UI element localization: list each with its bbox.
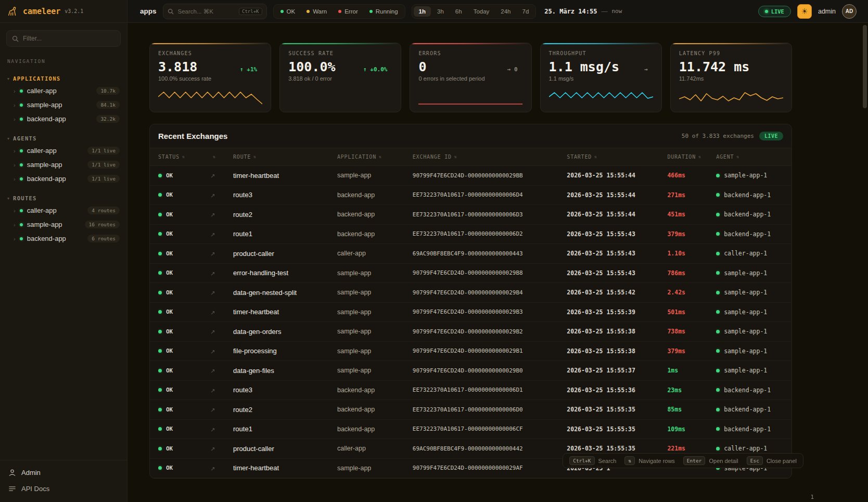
open-link-icon[interactable]: ↗ (210, 466, 215, 472)
table-row[interactable]: OK ↗ data-gen-orders sample-app 90799F47… (150, 322, 792, 342)
topbar-right: LIVE ☀ admin AD (758, 4, 857, 19)
scrollbar[interactable] (863, 25, 867, 498)
table-row[interactable]: OK ↗ data-gen-files sample-app 90799F47E… (150, 361, 792, 381)
application-cell: caller-app (337, 445, 413, 452)
duration-cell: 379ms (667, 230, 716, 238)
status-filter-chip[interactable]: OK (275, 6, 301, 17)
open-link-icon[interactable]: ↗ (210, 192, 215, 199)
table-row[interactable]: OK ↗ route2 backend-app EE7322370A10617-… (150, 205, 792, 225)
open-link-icon[interactable]: ↗ (210, 349, 215, 355)
sidebar-item[interactable]: › backend-app 6 routes (0, 231, 127, 246)
sidebar-item[interactable]: › sample-app 16 routes (0, 217, 127, 231)
time-range-button[interactable]: 24h (495, 6, 516, 17)
status-dot (158, 349, 162, 353)
live-toggle[interactable]: LIVE (758, 6, 791, 17)
open-link-icon[interactable]: ↗ (210, 446, 215, 452)
open-link-icon[interactable]: ↗ (210, 368, 215, 374)
application-cell: backend-app (337, 230, 413, 238)
sidebar-item-label: backend-app (27, 235, 84, 242)
sidebar-item-badge: 1/1 live (87, 175, 120, 183)
open-link-icon[interactable]: ↗ (210, 407, 215, 413)
table-row[interactable]: OK ↗ file-processing sample-app 90799F47… (150, 342, 792, 362)
open-link-icon[interactable]: ↗ (210, 271, 215, 277)
agent-cell: backend-app-1 (716, 191, 792, 199)
status-filter-chip[interactable]: Running (364, 6, 403, 17)
status-dot (158, 213, 162, 216)
status-dot (158, 388, 162, 392)
time-range-button[interactable]: 1h (414, 6, 431, 17)
time-range-button[interactable]: 7d (517, 6, 534, 17)
table-row[interactable]: OK ↗ error-handling-test sample-app 9079… (150, 264, 792, 284)
docs-icon (8, 485, 16, 493)
stat-subtext: 11.742ms (679, 75, 783, 82)
table-row[interactable]: OK ↗ timer-heartbeat sample-app 90799F47… (150, 303, 792, 323)
duration-cell: 501ms (667, 308, 716, 316)
agent-status-dot (716, 369, 720, 372)
section-header-applications[interactable]: ▾ APPLICATIONS (0, 73, 127, 84)
sidebar-item[interactable]: › caller-app 10.7k (0, 84, 127, 98)
open-link-icon[interactable]: ↗ (210, 173, 215, 179)
open-link-icon[interactable]: ↗ (210, 427, 215, 433)
chevron-down-icon: ▾ (7, 136, 9, 141)
status-filter-label: OK (287, 8, 296, 15)
sidebar-item[interactable]: › backend-app 1/1 live (0, 172, 127, 186)
sidebar-item[interactable]: › caller-app 1/1 live (0, 144, 127, 158)
keyboard-hint: ⇅ Navigate rows (624, 456, 674, 465)
sidebar-item[interactable]: › backend-app 32.2k (0, 112, 127, 126)
open-link-icon[interactable]: ↗ (210, 310, 215, 316)
sidebar-filter-input[interactable] (23, 35, 115, 42)
table-row[interactable]: OK ↗ route3 backend-app EE7322370A10617-… (150, 381, 792, 401)
topbar: apps Ctrl+K OK Warn (127, 0, 868, 23)
column-header[interactable]: AGENT ⇅ (716, 154, 792, 160)
chevron-right-icon: › (14, 148, 16, 154)
sidebar-item[interactable]: › caller-app 4 routes (0, 203, 127, 217)
open-link-icon[interactable]: ↗ (210, 388, 215, 394)
section-header-agents[interactable]: ▾ AGENTS (0, 133, 127, 144)
table-row[interactable]: OK ↗ route3 backend-app EE7322370A10617-… (150, 186, 792, 205)
status-filter-chip[interactable]: Warn (301, 6, 332, 17)
table-row[interactable]: OK ↗ data-gen-nested-split sample-app 90… (150, 283, 792, 303)
open-link-icon[interactable]: ↗ (210, 212, 215, 218)
column-header[interactable]: APPLICATION ⇅ (337, 154, 413, 160)
table-row[interactable]: OK ↗ route1 backend-app EE7322370A10617-… (150, 420, 792, 440)
table-row[interactable]: OK ↗ product-caller caller-app 69AC90BF8… (150, 244, 792, 264)
open-link-icon[interactable]: ↗ (210, 329, 215, 335)
table-row[interactable]: OK ↗ timer-heartbeat sample-app 90799F47… (150, 166, 792, 186)
status-label: OK (166, 445, 173, 452)
search-input[interactable] (178, 8, 235, 15)
sidebar-item-api-docs[interactable]: API Docs (0, 481, 127, 497)
time-range-button[interactable]: 6h (450, 6, 467, 17)
status-dot (20, 89, 23, 93)
stat-value: 100.0% (288, 59, 335, 74)
open-link-icon[interactable]: ↗ (210, 290, 215, 296)
agent-status-dot (716, 388, 720, 392)
column-header[interactable]: ROUTE ⇅ (233, 154, 337, 160)
status-filter-chip[interactable]: Error (333, 6, 363, 17)
sidebar-item-label: backend-app (27, 175, 84, 183)
chevron-right-icon: › (14, 222, 16, 228)
table-row[interactable]: OK ↗ route2 backend-app EE7322370A10617-… (150, 400, 792, 420)
search-icon (12, 35, 19, 42)
chevron-right-icon: › (14, 88, 16, 94)
scrollbar-thumb[interactable] (863, 25, 867, 108)
column-header[interactable]: STATUS ⇅ (158, 154, 210, 160)
open-link-icon[interactable]: ↗ (210, 231, 215, 238)
sidebar-item-label: caller-app (27, 147, 84, 155)
theme-toggle-button[interactable]: ☀ (797, 4, 812, 19)
hint-key-kbd: Ctrl+K (569, 456, 594, 465)
time-range-button[interactable]: Today (468, 6, 495, 17)
sidebar-item[interactable]: › sample-app 84.1k (0, 98, 127, 112)
column-header[interactable]: ⇅ (210, 155, 233, 159)
open-link-icon[interactable]: ↗ (210, 251, 215, 257)
sidebar-item[interactable]: › sample-app 1/1 live (0, 158, 127, 172)
sidebar-item-admin[interactable]: Admin (0, 465, 127, 481)
column-header[interactable]: EXCHANGE ID ⇅ (413, 154, 567, 160)
avatar[interactable]: AD (842, 4, 857, 19)
column-header[interactable]: DURATION ⇅ (667, 154, 716, 160)
column-header[interactable]: STARTED ⇅ (567, 154, 667, 160)
section-header-routes[interactable]: ▾ ROUTES (0, 193, 127, 203)
started-cell: 2026-03-25 15:55:44 (567, 211, 667, 218)
column-label: STATUS (158, 154, 180, 160)
table-row[interactable]: OK ↗ route1 backend-app EE7322370A10617-… (150, 225, 792, 244)
time-range-button[interactable]: 3h (432, 6, 449, 17)
